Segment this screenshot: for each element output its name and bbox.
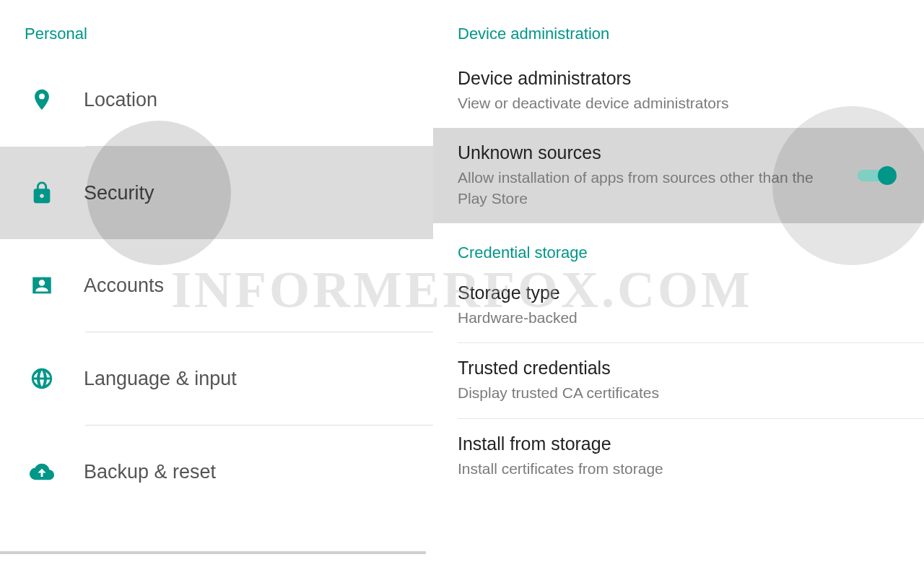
setting-subtitle: Display trusted CA certificates xyxy=(458,383,899,403)
toggle-thumb xyxy=(878,166,897,185)
nav-label-security: Security xyxy=(84,182,154,204)
section-header-personal: Personal xyxy=(0,0,433,53)
cloud-up-icon xyxy=(0,459,84,484)
nav-label-location: Location xyxy=(84,89,157,111)
nav-item-backup-reset[interactable]: Backup & reset xyxy=(0,426,433,518)
setting-trusted-credentials[interactable]: Trusted credentials Display trusted CA c… xyxy=(433,343,924,418)
setting-title: Storage type xyxy=(458,282,899,303)
nav-item-accounts[interactable]: Accounts xyxy=(0,239,433,332)
person-icon xyxy=(0,273,84,298)
bottom-divider-bar xyxy=(0,551,426,554)
setting-install-from-storage[interactable]: Install from storage Install certificate… xyxy=(433,419,924,493)
lock-icon xyxy=(0,181,84,205)
globe-icon xyxy=(0,366,84,391)
setting-subtitle: View or deactivate device administrators xyxy=(458,93,899,113)
nav-label-backup: Backup & reset xyxy=(84,461,216,483)
toggle-unknown-sources[interactable] xyxy=(858,165,894,186)
setting-device-administrators[interactable]: Device administrators View or deactivate… xyxy=(433,53,924,128)
setting-storage-type[interactable]: Storage type Hardware-backed xyxy=(433,268,924,342)
setting-subtitle: Allow installation of apps from sources … xyxy=(458,168,837,209)
setting-subtitle: Hardware-backed xyxy=(458,308,899,328)
setting-unknown-sources[interactable]: Unknown sources Allow installation of ap… xyxy=(433,128,924,223)
nav-item-language-input[interactable]: Language & input xyxy=(0,332,433,425)
location-icon xyxy=(0,87,84,112)
nav-label-language: Language & input xyxy=(84,368,237,390)
settings-left-pane: Personal Location Security Accounts xyxy=(0,0,433,570)
setting-title: Device administrators xyxy=(458,68,899,89)
setting-subtitle: Install certificates from storage xyxy=(458,459,899,479)
setting-title: Trusted credentials xyxy=(458,358,899,379)
nav-label-accounts: Accounts xyxy=(84,275,164,297)
section-header-device-admin: Device administration xyxy=(433,0,924,53)
settings-right-pane: Device administration Device administrat… xyxy=(433,0,924,570)
section-header-credential-storage: Credential storage xyxy=(433,223,924,268)
setting-title: Install from storage xyxy=(458,433,899,454)
nav-item-location[interactable]: Location xyxy=(0,53,433,146)
nav-item-security[interactable]: Security xyxy=(0,147,433,239)
setting-title: Unknown sources xyxy=(458,142,837,163)
